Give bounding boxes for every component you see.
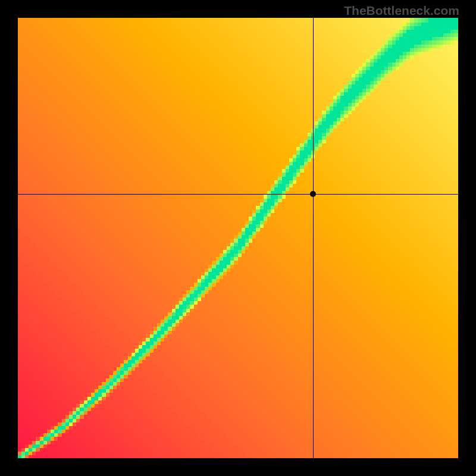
plot-area — [18, 18, 458, 458]
chart-container: TheBottleneck.com — [0, 0, 476, 476]
crosshair-horizontal — [18, 194, 458, 195]
watermark-text: TheBottleneck.com — [344, 4, 459, 18]
crosshair-marker — [310, 191, 316, 197]
crosshair-vertical — [313, 18, 314, 458]
heatmap-canvas — [18, 18, 458, 458]
